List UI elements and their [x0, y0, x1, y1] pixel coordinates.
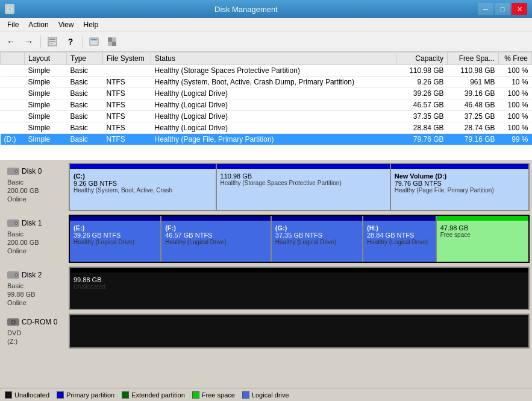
cell-status: Healthy (Storage Spaces Protective Parti…: [151, 65, 396, 77]
cdrom-icon-row: CD-ROM 0: [7, 317, 64, 327]
legend-freespace-label: Free space: [202, 391, 235, 399]
disk-0-part-d[interactable]: New Volume (D:) 79.76 GB NTFS Healthy (P…: [391, 164, 528, 210]
close-button[interactable]: ✕: [512, 3, 527, 15]
disk-1-label: Disk 1 Basic 200.00 GB Online: [2, 215, 69, 263]
disk-0-part-storage-body: 110.98 GB Healthy (Storage Spaces Protec…: [221, 172, 386, 186]
disk-0-d-size: 79.76 GB NTFS: [395, 180, 525, 187]
svg-rect-5: [91, 39, 97, 40]
disk-0-size: 200.00 GB: [7, 187, 64, 194]
stripe-disk0-storage: [217, 164, 390, 169]
back-button[interactable]: ←: [2, 34, 19, 49]
cell-pct: 100 %: [499, 65, 532, 77]
cell-status: Healthy (Logical Drive): [151, 88, 396, 99]
properties-icon: [48, 37, 57, 46]
disk-1-part-h-body: (H:) 28.84 GB NTFS Healthy (Logical Driv…: [367, 224, 432, 245]
stripe-disk1-free: [437, 216, 528, 221]
cell-free: 28.74 GB: [448, 122, 499, 134]
main-area: Layout Type File System Status Capacity …: [0, 52, 532, 388]
legend-extended-box: [122, 391, 129, 399]
disk-1-type: Basic: [7, 230, 64, 238]
legend-primary: Primary partition: [57, 391, 114, 399]
disk-1-free-label: Free space: [440, 232, 525, 238]
table-row[interactable]: Simple Basic NTFS Healthy (Logical Drive…: [1, 99, 532, 111]
menu-view[interactable]: View: [54, 19, 79, 30]
disk-1-part-h[interactable]: (H:) 28.84 GB NTFS Healthy (Logical Driv…: [363, 216, 437, 262]
menu-file[interactable]: File: [2, 19, 23, 30]
cell-fs: NTFS: [103, 77, 151, 88]
show-properties-button[interactable]: [44, 34, 61, 49]
cell-layout: Simple: [25, 88, 67, 99]
disk-0-label: Disk 0 Basic 200.00 GB Online: [2, 163, 69, 211]
create-vhd-button[interactable]: [86, 34, 102, 49]
disk-2-unalloc-body: 99.88 GB Unallocated: [74, 276, 525, 290]
minimize-button[interactable]: ─: [478, 3, 493, 15]
table-row[interactable]: Simple Basic NTFS Healthy (Logical Drive…: [1, 88, 532, 99]
window-controls: ─ □ ✕: [478, 3, 527, 15]
cell-free: 39.16 GB: [448, 88, 499, 99]
disk-1-freespace[interactable]: 47.98 GB Free space: [437, 216, 528, 262]
disk-1-part-e[interactable]: (E:) 39.26 GB NTFS Healthy (Logical Driv…: [70, 216, 161, 262]
legend-logical: Logical drive: [242, 391, 289, 399]
svg-rect-8: [112, 37, 116, 42]
disk-0-d-status: Healthy (Page File, Primary Partition): [395, 187, 525, 194]
svg-rect-9: [108, 42, 112, 46]
hdd-icon: [7, 166, 19, 176]
table-row[interactable]: Simple Basic NTFS Healthy (System, Boot,…: [1, 77, 532, 88]
table-row[interactable]: Simple Basic Healthy (Storage Spaces Pro…: [1, 65, 532, 77]
disk-2-row: Disk 2 Basic 99.88 GB Online 99.88 GB Un…: [2, 267, 530, 310]
cell-capacity: 37.35 GB: [396, 111, 448, 122]
cdrom-size: (Z:): [7, 338, 64, 345]
col-header-type: Type: [67, 52, 103, 65]
disk-1-part-f-body: (F:) 46.57 GB NTFS Healthy (Logical Driv…: [165, 224, 267, 245]
rescan-button[interactable]: [104, 34, 120, 49]
cell-fs: NTFS: [103, 122, 151, 134]
forward-button[interactable]: →: [20, 34, 37, 49]
disk-2-size: 99.88 GB: [7, 291, 64, 298]
disk-2-unallocated[interactable]: 99.88 GB Unallocated: [70, 268, 528, 309]
disk-visual-area[interactable]: Disk 0 Basic 200.00 GB Online (C:) 9.26 …: [0, 160, 532, 388]
svg-point-18: [16, 274, 17, 276]
cell-fs: [103, 65, 151, 77]
cell-pct: 10 %: [499, 77, 532, 88]
disk-1-g-size: 37.35 GB NTFS: [275, 232, 358, 239]
disk-0-part-c[interactable]: (C:) 9.26 GB NTFS Healthy (System, Boot,…: [70, 164, 217, 210]
disk-1-e-status: Healthy (Logical Drive): [74, 239, 157, 245]
col-header-pct: % Free: [499, 52, 532, 65]
menu-help[interactable]: Help: [79, 19, 104, 30]
maximize-button[interactable]: □: [495, 3, 510, 15]
menu-action[interactable]: Action: [23, 19, 53, 30]
cell-layout: Simple: [25, 77, 67, 88]
svg-rect-7: [112, 42, 116, 46]
window-title: Disk Management: [14, 5, 478, 14]
partition-table: Layout Type File System Status Capacity …: [0, 52, 532, 145]
disk-1-part-g[interactable]: (G:) 37.35 GB NTFS Healthy (Logical Driv…: [272, 216, 363, 262]
disk-1-name: Disk 1: [22, 219, 42, 227]
disk-1-part-g-body: (G:) 37.35 GB NTFS Healthy (Logical Driv…: [275, 224, 358, 245]
disk-1-part-f[interactable]: (F:) 46.57 GB NTFS Healthy (Logical Driv…: [161, 216, 272, 262]
disk-0-part-storage[interactable]: 110.98 GB Healthy (Storage Spaces Protec…: [217, 164, 391, 210]
disk-table[interactable]: Layout Type File System Status Capacity …: [0, 52, 532, 160]
cell-status: Healthy (System, Boot, Active, Crash Dum…: [151, 77, 396, 88]
cell-free: 79.16 GB: [448, 134, 499, 145]
cell-capacity: 9.26 GB: [396, 77, 448, 88]
cell-layout: Simple: [25, 99, 67, 111]
table-row[interactable]: Simple Basic NTFS Healthy (Logical Drive…: [1, 122, 532, 134]
table-row[interactable]: (D:) Simple Basic NTFS Healthy (Page Fil…: [1, 134, 532, 145]
disk-2-size-text: 99.88 GB: [74, 276, 525, 283]
legend-freespace-box: [192, 391, 199, 399]
cell-status: Healthy (Logical Drive): [151, 99, 396, 111]
cell-disk: [1, 65, 25, 77]
disk-0-status: Online: [7, 195, 64, 203]
cell-status: Healthy (Logical Drive): [151, 122, 396, 134]
disk-0-part-d-body: New Volume (D:) 79.76 GB NTFS Healthy (P…: [395, 172, 525, 194]
table-row[interactable]: Simple Basic NTFS Healthy (Logical Drive…: [1, 111, 532, 122]
stripe-disk1-h: [363, 216, 436, 221]
title-bar-left: 💿: [5, 4, 14, 14]
legend-logical-label: Logical drive: [252, 391, 289, 399]
hdd-icon-2: [7, 270, 19, 280]
cell-disk: [1, 111, 25, 122]
col-header-status: Status: [151, 52, 396, 65]
svg-rect-3: [49, 43, 53, 43]
disk-2-type: Basic: [7, 282, 64, 289]
help-button[interactable]: ?: [62, 34, 79, 49]
